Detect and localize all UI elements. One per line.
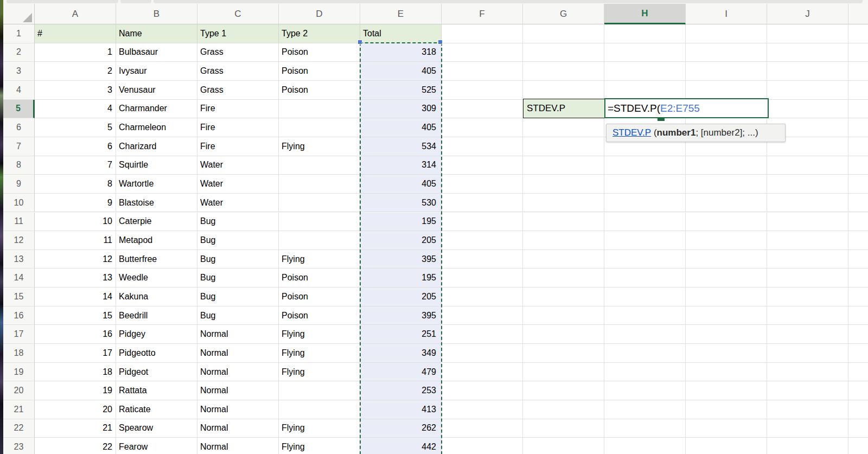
cell[interactable]	[767, 24, 848, 43]
cell[interactable]	[442, 24, 523, 43]
cell[interactable]	[604, 268, 686, 287]
cell[interactable]	[442, 62, 523, 81]
cell[interactable]: 8	[35, 175, 116, 194]
row-header-22[interactable]: 22	[3, 419, 35, 438]
cell[interactable]	[848, 287, 868, 306]
column-header-J[interactable]: J	[767, 4, 848, 24]
fx-button[interactable]	[120, 0, 151, 3]
row-header-23[interactable]: 23	[3, 438, 35, 454]
cell[interactable]	[767, 363, 848, 382]
cell[interactable]: Pidgeotto	[116, 344, 197, 363]
cell[interactable]: 318	[360, 43, 442, 62]
cell[interactable]	[604, 81, 686, 100]
cell[interactable]	[604, 344, 686, 363]
cell[interactable]	[442, 100, 523, 119]
range-handle-top-right[interactable]	[438, 40, 443, 44]
cell[interactable]: Normal	[197, 381, 279, 400]
cell[interactable]	[848, 400, 868, 419]
cell[interactable]: Type 1	[197, 24, 279, 43]
cell[interactable]	[279, 213, 360, 232]
cell[interactable]: Flying	[279, 137, 360, 156]
row-header-16[interactable]: 16	[3, 306, 35, 325]
cell[interactable]: 11	[35, 231, 116, 250]
cell[interactable]: Fearow	[116, 438, 197, 454]
cell[interactable]: 5	[35, 118, 116, 137]
cell[interactable]: Bug	[197, 287, 279, 306]
row-header-13[interactable]: 13	[3, 250, 35, 269]
cell[interactable]: Raticate	[116, 400, 197, 419]
cell[interactable]: 9	[35, 194, 116, 213]
cell[interactable]: Grass	[197, 81, 279, 100]
cell[interactable]: 195	[360, 268, 442, 287]
cell[interactable]: #	[35, 24, 116, 43]
cell[interactable]: 10	[35, 213, 116, 232]
cell[interactable]	[848, 137, 868, 156]
cell[interactable]: 15	[35, 306, 116, 325]
cell[interactable]: Normal	[197, 419, 279, 438]
cell[interactable]	[686, 381, 767, 400]
cell[interactable]	[767, 306, 848, 325]
row-header-2[interactable]: 2	[3, 43, 35, 62]
cell[interactable]: Caterpie	[116, 213, 197, 232]
cell[interactable]: 2	[35, 62, 116, 81]
cell[interactable]	[604, 62, 686, 81]
row-header-8[interactable]: 8	[3, 156, 35, 175]
cell[interactable]: Fire	[197, 100, 279, 119]
cell[interactable]	[686, 438, 767, 454]
cell[interactable]	[767, 344, 848, 363]
row-header-20[interactable]: 20	[3, 381, 35, 400]
cell[interactable]	[604, 381, 686, 400]
cell[interactable]	[767, 156, 848, 175]
row-header-7[interactable]: 7	[3, 137, 35, 156]
cell[interactable]: 405	[360, 118, 442, 137]
cell[interactable]	[767, 325, 848, 344]
cell[interactable]: 405	[360, 62, 442, 81]
cell[interactable]: Charmander	[116, 100, 197, 119]
cell[interactable]: Flying	[279, 438, 360, 454]
cell[interactable]: Pidgeot	[116, 363, 197, 382]
column-header-G[interactable]: G	[523, 4, 604, 24]
cell[interactable]	[848, 268, 868, 287]
cell[interactable]: Water	[197, 175, 279, 194]
cell[interactable]	[604, 43, 686, 62]
cell[interactable]	[686, 156, 767, 175]
cell[interactable]	[604, 306, 686, 325]
cell[interactable]: Butterfree	[116, 250, 197, 269]
cell[interactable]	[686, 213, 767, 232]
cell[interactable]: 17	[35, 344, 116, 363]
cell[interactable]: 309	[360, 100, 442, 119]
cell[interactable]	[442, 381, 523, 400]
cell[interactable]: 20	[35, 400, 116, 419]
cell[interactable]: Poison	[279, 62, 360, 81]
cell[interactable]: 349	[360, 344, 442, 363]
cell[interactable]	[848, 363, 868, 382]
cell[interactable]: Name	[116, 24, 197, 43]
name-box[interactable]	[7, 0, 118, 3]
cell[interactable]: 413	[360, 400, 442, 419]
cell[interactable]	[686, 287, 767, 306]
cell[interactable]: 4	[35, 100, 116, 119]
cell[interactable]	[767, 194, 848, 213]
cell[interactable]	[686, 363, 767, 382]
cell[interactable]	[686, 268, 767, 287]
cell[interactable]: Wartortle	[116, 175, 197, 194]
cell[interactable]	[442, 363, 523, 382]
cell[interactable]	[848, 118, 868, 137]
cell[interactable]	[442, 231, 523, 250]
cell[interactable]	[442, 325, 523, 344]
cell[interactable]: Flying	[279, 363, 360, 382]
cell[interactable]: Charmeleon	[116, 118, 197, 137]
cell[interactable]	[523, 419, 604, 438]
cell[interactable]	[279, 381, 360, 400]
cell[interactable]: 205	[360, 287, 442, 306]
cell[interactable]	[848, 344, 868, 363]
cell[interactable]	[604, 231, 686, 250]
cell[interactable]	[523, 306, 604, 325]
cell[interactable]	[686, 231, 767, 250]
cell[interactable]	[767, 175, 848, 194]
cell[interactable]	[686, 24, 767, 43]
cell[interactable]: 18	[35, 363, 116, 382]
cell[interactable]	[604, 213, 686, 232]
cell[interactable]	[523, 62, 604, 81]
cell[interactable]	[279, 194, 360, 213]
